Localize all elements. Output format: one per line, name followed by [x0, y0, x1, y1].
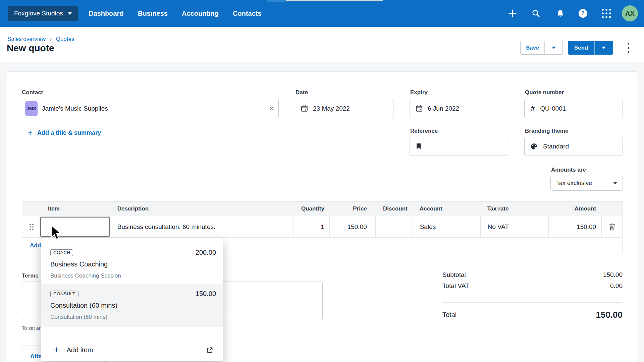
- item-name: Consultation (60 mins): [50, 302, 117, 309]
- subtotal-label: Subtotal: [442, 271, 466, 279]
- branding-theme-select[interactable]: Standard: [524, 137, 623, 156]
- org-menu-button[interactable]: Foxglove Studios: [8, 6, 78, 21]
- top-nav: Foxglove Studios Dashboard Business Acco…: [0, 0, 644, 27]
- item-price: 150.00: [196, 290, 216, 298]
- nav-item-dashboard[interactable]: Dashboard: [89, 0, 123, 27]
- col-discount: Discount: [375, 205, 412, 212]
- amounts-are-label: Amounts are: [551, 167, 586, 173]
- bookmark-icon: [416, 143, 421, 150]
- breadcrumb-sales-overview[interactable]: Sales overview: [7, 36, 46, 43]
- send-button-group: Send: [568, 41, 613, 55]
- tax-rate-cell[interactable]: No VAT: [480, 216, 548, 237]
- col-quantity: Quantity: [293, 205, 329, 212]
- create-new-button[interactable]: [505, 0, 520, 27]
- nav-item-accounting[interactable]: Accounting: [182, 0, 219, 27]
- send-button[interactable]: Send: [568, 41, 594, 55]
- drag-handle[interactable]: [30, 224, 34, 230]
- notifications-button[interactable]: [553, 0, 568, 27]
- item-code-badge: COACH: [50, 249, 73, 256]
- branding-theme-label: Branding theme: [525, 128, 568, 134]
- add-title-summary-label: Add a title & summary: [37, 129, 101, 136]
- item-dropdown: COACH 200.00 Business Coaching Business …: [41, 238, 223, 361]
- total-label: Total: [442, 311, 457, 319]
- total-vat-row: Total VAT 0.00: [442, 282, 623, 290]
- account-cell[interactable]: Sales: [412, 216, 481, 237]
- add-item-label: Add item: [67, 346, 93, 354]
- branding-theme-value: Standard: [543, 143, 569, 150]
- expiry-value: 6 Jun 2022: [428, 105, 459, 112]
- calendar-icon: [416, 105, 423, 112]
- table-row: Business consultation. 60 minutes. 1 150…: [22, 216, 622, 238]
- delete-row-button[interactable]: [601, 216, 622, 237]
- quote-number-value: QU-0001: [540, 105, 566, 112]
- add-title-summary-link[interactable]: + Add a title & summary: [28, 129, 101, 137]
- quote-number-label: Quote number: [525, 89, 564, 96]
- video-progress-artifact: [267, 0, 286, 2]
- search-icon: [532, 9, 540, 18]
- add-item-button[interactable]: + Add item: [41, 338, 223, 362]
- help-icon: ?: [579, 9, 587, 18]
- breadcrumb-quotes[interactable]: Quotes: [56, 36, 74, 43]
- total-value: 150.00: [596, 310, 623, 320]
- date-label: Date: [296, 89, 308, 96]
- description-cell[interactable]: Business consultation. 60 minutes.: [112, 216, 293, 237]
- total-vat-value: 0.00: [610, 282, 623, 290]
- avatar[interactable]: AX: [622, 5, 638, 21]
- apps-grid-icon: [601, 8, 612, 19]
- contact-value: Jamie's Music Supplies: [42, 105, 108, 112]
- trash-icon: [609, 223, 615, 231]
- subtotal-value: 150.00: [603, 271, 623, 279]
- search-button[interactable]: [529, 0, 543, 27]
- amounts-are-select[interactable]: Tax exclusive: [550, 176, 623, 191]
- date-value: 23 May 2022: [313, 105, 350, 112]
- subtotal-row: Subtotal 150.00: [442, 271, 623, 279]
- col-item: Item: [38, 205, 112, 212]
- quantity-cell[interactable]: 1: [293, 216, 329, 237]
- dropdown-option-coach[interactable]: COACH 200.00 Business Coaching Business …: [41, 238, 223, 284]
- page-title: New quote: [7, 43, 54, 54]
- save-dropdown-button[interactable]: [544, 41, 562, 54]
- bell-icon: [556, 9, 565, 18]
- item-name: Business Coaching: [50, 260, 108, 268]
- expiry-label: Expiry: [410, 89, 428, 96]
- page-header: Sales overview › Quotes New quote Save S…: [0, 27, 644, 62]
- chevron-down-icon: [602, 47, 606, 49]
- chevron-down-icon: [613, 182, 617, 184]
- dropdown-option-consult[interactable]: CONSULT 150.00 Consultation (60 mins) Co…: [41, 284, 223, 327]
- amount-cell[interactable]: 150.00: [548, 216, 601, 237]
- plus-icon: +: [28, 129, 33, 137]
- amounts-are-value: Tax exclusive: [556, 180, 592, 187]
- nav-item-contacts[interactable]: Contacts: [233, 0, 262, 27]
- expiry-input[interactable]: 6 Jun 2022: [410, 99, 508, 118]
- add-row-link[interactable]: Add: [30, 242, 41, 249]
- date-input[interactable]: 23 May 2022: [295, 99, 393, 118]
- col-price: Price: [329, 205, 375, 212]
- clear-contact-icon[interactable]: ×: [269, 105, 274, 113]
- plus-icon: [507, 8, 518, 19]
- palette-icon: [530, 143, 538, 150]
- apps-button[interactable]: [599, 0, 614, 27]
- item-code-badge: CONSULT: [50, 291, 78, 297]
- col-account: Account: [412, 205, 481, 212]
- table-header: Item Description Quantity Price Discount…: [22, 202, 622, 216]
- chevron-down-icon: [68, 12, 72, 15]
- contact-input[interactable]: JMS Jamie's Music Supplies ×: [22, 99, 279, 118]
- discount-cell[interactable]: [375, 216, 412, 237]
- reference-input[interactable]: [410, 137, 508, 156]
- save-button-group: Save: [520, 41, 563, 55]
- help-button[interactable]: ?: [576, 0, 590, 27]
- more-options-button[interactable]: [625, 43, 631, 53]
- totals-divider: [442, 302, 623, 303]
- calendar-icon: [301, 105, 308, 112]
- reference-label: Reference: [410, 128, 438, 134]
- breadcrumb: Sales overview › Quotes: [7, 36, 74, 43]
- page: Foxglove Studios Dashboard Business Acco…: [0, 0, 644, 362]
- quote-number-input[interactable]: # QU-0001: [524, 99, 623, 118]
- nav-item-business[interactable]: Business: [138, 0, 168, 27]
- save-button[interactable]: Save: [521, 41, 544, 54]
- price-cell[interactable]: 150.00: [329, 216, 375, 237]
- total-vat-label: Total VAT: [442, 282, 469, 290]
- contact-avatar: JMS: [25, 101, 38, 116]
- send-dropdown-button[interactable]: [594, 41, 612, 55]
- video-progress-artifact-2: [286, 0, 383, 1]
